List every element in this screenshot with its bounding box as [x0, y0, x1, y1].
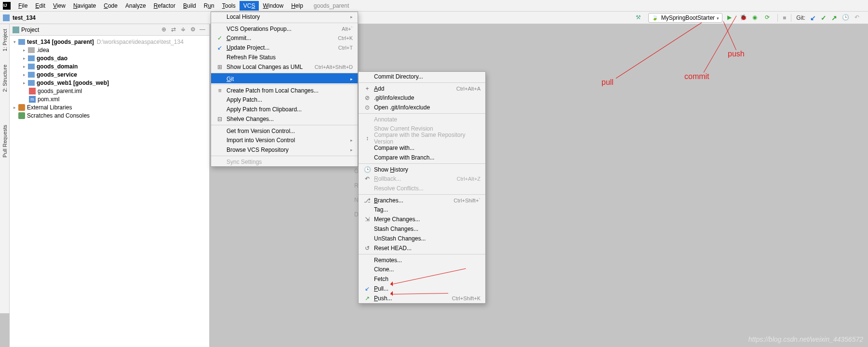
- git-menu-item[interactable]: Remotes...: [359, 254, 485, 265]
- menu-item-icon: ⇲: [363, 216, 371, 223]
- vcs-menu-item[interactable]: ⊞Show Local Changes as UMLCtrl+Alt+Shift…: [211, 62, 358, 72]
- tree-item-goods-web[interactable]: ▸ goods_web1 [goods_web]: [10, 79, 209, 87]
- expand-arrow-icon[interactable]: ▸: [23, 64, 28, 69]
- tree-item-idea[interactable]: ▸ .idea: [10, 46, 209, 54]
- hide-icon[interactable]: —: [199, 26, 206, 34]
- git-menu-item[interactable]: ⎇Branches...Ctrl+Shift+`: [359, 194, 485, 205]
- menu-item-icon: ↕: [363, 135, 371, 142]
- vcs-menu-item[interactable]: Local History▸: [211, 12, 358, 22]
- vcs-menu-item[interactable]: Apply Patch from Clipboard...: [211, 105, 358, 114]
- git-menu-item[interactable]: ⊘.git/info/exclude: [359, 93, 485, 103]
- menu-vcs[interactable]: VCS: [240, 1, 259, 11]
- submenu-arrow-icon: ▸: [350, 77, 353, 81]
- menu-view[interactable]: View: [49, 1, 69, 11]
- vcs-menu-item[interactable]: ≡Create Patch from Local Changes...: [211, 84, 358, 95]
- expand-arrow-icon[interactable]: ▸: [23, 56, 28, 61]
- tree-item-goods-service[interactable]: ▸ goods_service: [10, 70, 209, 79]
- settings-gear-icon[interactable]: ⚙: [189, 26, 197, 34]
- cycle-icon[interactable]: ⟳: [765, 14, 773, 22]
- tree-item-goods-domain[interactable]: ▸ goods_domain: [10, 62, 209, 70]
- git-menu-item[interactable]: ↙Pull...: [359, 284, 485, 294]
- vcs-menu-item[interactable]: Browse VCS Repository▸: [211, 145, 358, 155]
- tree-item-iml[interactable]: goods_parent.iml: [10, 87, 209, 95]
- expand-arrow-icon[interactable]: ▾: [13, 40, 18, 44]
- vcs-menu-item[interactable]: ⊟Shelve Changes...: [211, 114, 358, 124]
- menu-item-label: Show History: [374, 166, 481, 173]
- menu-edit[interactable]: Edit: [31, 1, 49, 11]
- tree-item-pom[interactable]: m pom.xml: [10, 95, 209, 103]
- menu-item-label: Apply Patch from Clipboard...: [227, 106, 353, 113]
- git-menu-item[interactable]: UnStash Changes...: [359, 234, 485, 243]
- run-configuration-selector[interactable]: MySpringBootStarter: [648, 13, 722, 23]
- select-opened-file-icon[interactable]: ⊕: [160, 26, 168, 34]
- collapse-all-icon[interactable]: ≑: [179, 26, 187, 34]
- menu-item-label: Compare with...: [374, 145, 481, 151]
- debug-icon[interactable]: 🐞: [740, 14, 748, 22]
- tree-item-goods-dao[interactable]: ▸ goods_dao: [10, 54, 209, 62]
- menu-tools[interactable]: Tools: [218, 1, 240, 11]
- git-menu-item: ↕Compare with the Same Repository Versio…: [359, 133, 485, 143]
- menu-window[interactable]: Window: [259, 1, 287, 11]
- annotation-pull: pull: [601, 78, 614, 87]
- git-pull-icon[interactable]: ↙: [810, 14, 816, 22]
- menu-refactor[interactable]: Refactor: [150, 1, 179, 11]
- vcs-menu-item[interactable]: VCS Operations Popup...Alt+`: [211, 23, 358, 33]
- menu-item-label: Refresh File Status: [227, 54, 353, 61]
- menu-help[interactable]: Help: [287, 1, 307, 11]
- menu-item-icon: ⊙: [363, 104, 371, 111]
- tab-project[interactable]: 1: Project: [1, 27, 9, 53]
- expand-arrow-icon[interactable]: ▸: [23, 72, 28, 77]
- vcs-menu-item[interactable]: ↙Update Project...Ctrl+T: [211, 43, 358, 53]
- build-icon[interactable]: ⚒: [636, 14, 643, 22]
- git-menu-item[interactable]: ↺Reset HEAD...: [359, 243, 485, 253]
- git-menu-item[interactable]: Fetch: [359, 274, 485, 284]
- vcs-menu-item[interactable]: Git▸: [211, 73, 358, 83]
- git-menu-item[interactable]: ⇲Merge Changes...: [359, 214, 485, 224]
- tree-root[interactable]: ▾ test_134 [goods_parent] D:\workspace\i…: [10, 38, 209, 46]
- git-commit-icon[interactable]: ✓: [821, 14, 827, 22]
- menu-navigate[interactable]: Navigate: [69, 1, 100, 11]
- expand-all-icon[interactable]: ⇄: [170, 26, 177, 34]
- menu-code[interactable]: Code: [100, 1, 121, 11]
- run-coverage-icon[interactable]: ◉: [752, 14, 760, 22]
- menu-item-label: Compare with Branch...: [374, 154, 481, 161]
- breadcrumb-project[interactable]: test_134: [13, 14, 36, 21]
- arrowhead-icon: [388, 281, 393, 286]
- history-icon[interactable]: 🕒: [842, 14, 850, 22]
- menu-build[interactable]: Build: [179, 1, 200, 11]
- vcs-menu-item[interactable]: ✓Commit...Ctrl+K: [211, 33, 358, 43]
- rollback-icon[interactable]: ↶: [855, 14, 862, 22]
- tree-scratches[interactable]: Scratches and Consoles: [10, 111, 209, 120]
- git-menu-item[interactable]: Commit Directory...: [359, 72, 485, 81]
- vcs-menu-item[interactable]: Apply Patch...: [211, 95, 358, 105]
- tab-structure[interactable]: 2: Structure: [1, 63, 9, 94]
- project-tree[interactable]: ▾ test_134 [goods_parent] D:\workspace\i…: [10, 36, 209, 121]
- vcs-menu-item[interactable]: Get from Version Control...: [211, 125, 358, 135]
- git-push-icon[interactable]: ↗: [831, 14, 837, 22]
- toolbar-right: ⚒ MySpringBootStarter ▶ 🐞 ◉ ⟳ ■ Git: ↙ ✓…: [636, 12, 862, 24]
- git-menu-item[interactable]: Compare with...: [359, 143, 485, 153]
- expand-arrow-icon[interactable]: ▸: [13, 105, 18, 110]
- tab-pull-requests[interactable]: Pull Requests: [1, 123, 9, 160]
- menu-file[interactable]: File: [14, 1, 31, 11]
- tree-root-name: test_134: [27, 39, 50, 45]
- menu-analyze[interactable]: Analyze: [121, 1, 150, 11]
- vcs-menu-item[interactable]: Import into Version Control▸: [211, 135, 358, 145]
- tree-external-libraries[interactable]: ▸ External Libraries: [10, 103, 209, 111]
- project-title[interactable]: Project: [21, 27, 158, 33]
- git-menu-item[interactable]: 🕒Show History: [359, 163, 485, 174]
- expand-arrow-icon[interactable]: ▸: [23, 48, 28, 53]
- git-menu-item[interactable]: Stash Changes...: [359, 224, 485, 234]
- expand-arrow-icon[interactable]: ▸: [23, 80, 28, 85]
- git-menu-item[interactable]: ⊙Open .git/info/exclude: [359, 103, 485, 112]
- git-menu-item[interactable]: Compare with Branch...: [359, 153, 485, 162]
- git-menu-item[interactable]: Tag...: [359, 205, 485, 214]
- vcs-menu-item[interactable]: Refresh File Status: [211, 53, 358, 62]
- git-menu-item[interactable]: +AddCtrl+Alt+A: [359, 82, 485, 93]
- chevron-down-icon: [717, 14, 719, 21]
- git-menu-item[interactable]: ↗Push...Ctrl+Shift+K: [359, 294, 485, 303]
- menu-item-label: Stash Changes...: [374, 226, 481, 232]
- menu-item-icon: ↗: [363, 295, 371, 302]
- menu-run[interactable]: Run: [200, 1, 218, 11]
- git-menu-item[interactable]: Clone...: [359, 265, 485, 274]
